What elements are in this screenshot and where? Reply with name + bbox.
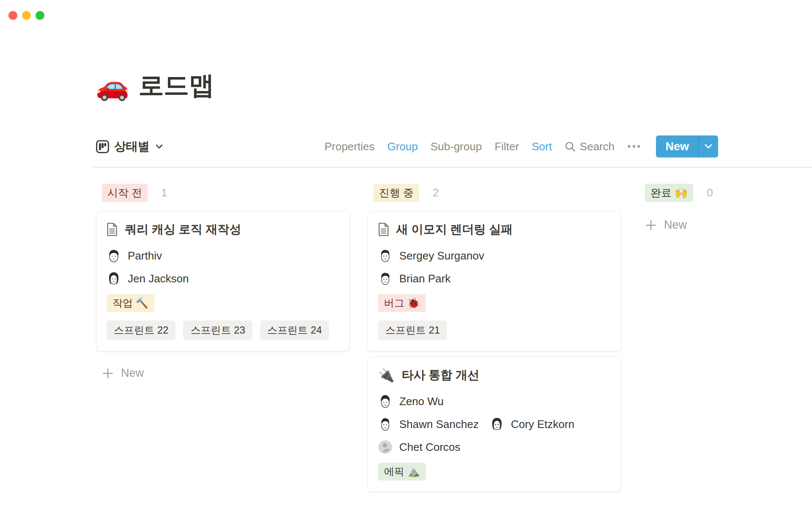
column-header: 진행 중 2 — [368, 185, 621, 201]
sprint-tag: 스프린트 21 — [378, 320, 447, 340]
status-badge[interactable]: 시작 전 — [102, 184, 148, 202]
add-card-label: New — [121, 367, 144, 380]
assignee: Jen Jackson — [107, 271, 189, 286]
assignee-name: Jen Jackson — [128, 272, 189, 285]
sprint-row: 스프린트 22 스프린트 23 스프린트 24 — [107, 320, 339, 340]
assignee: Shawn Sanchez — [378, 417, 479, 431]
sub-group-button[interactable]: Sub-group — [431, 140, 482, 153]
chevron-down-icon — [705, 144, 712, 149]
zoom-window-button[interactable] — [36, 11, 44, 20]
assignee-name: Zeno Wu — [399, 395, 444, 408]
assignee-name: Brian Park — [399, 272, 450, 285]
page-icon — [107, 223, 118, 236]
search-icon — [565, 141, 576, 152]
avatar — [378, 417, 392, 431]
properties-button[interactable]: Properties — [324, 140, 375, 153]
card-query-caching[interactable]: 쿼리 캐싱 로직 재작성 Parthiv — [96, 211, 350, 351]
column-cards: 쿼리 캐싱 로직 재작성 Parthiv — [96, 211, 350, 351]
assignee-name: Parthiv — [128, 249, 162, 262]
toolbar-divider — [93, 167, 812, 168]
column-cards: 새 이모지 렌더링 실패 Sergey Surganov — [368, 211, 621, 492]
board-view-icon — [96, 140, 109, 153]
view-toolbar: 상태별 Properties Group Sub-group Filter So… — [96, 135, 718, 158]
filter-button[interactable]: Filter — [494, 140, 519, 153]
avatar — [490, 417, 504, 431]
column-count: 2 — [433, 186, 439, 199]
status-badge[interactable]: 완료 🙌 — [645, 184, 693, 202]
assignee-row: Shawn Sanchez Cory Etzkorn — [378, 417, 611, 431]
new-button-dropdown[interactable] — [698, 135, 718, 157]
assignee: Cory Etzkorn — [490, 417, 574, 431]
plus-icon — [102, 367, 114, 379]
column-count: 0 — [707, 186, 713, 199]
tag-row: 에픽 ⛰️ — [378, 463, 611, 480]
add-card-button[interactable]: New — [96, 367, 350, 380]
search-button[interactable]: Search — [565, 140, 614, 153]
column-in-progress: 진행 중 2 새 이모지 렌더링 실패 — [368, 185, 621, 508]
sprint-tag: 스프린트 23 — [183, 320, 252, 340]
view-selector[interactable]: 상태별 — [96, 138, 163, 155]
column-done: 완료 🙌 0 New — [639, 185, 812, 232]
assignee-name: Shawn Sanchez — [399, 418, 479, 431]
card-title-row: 새 이모지 렌더링 실패 — [378, 221, 611, 237]
card-title-row: 쿼리 캐싱 로직 재작성 — [107, 221, 339, 237]
page-icon — [378, 223, 389, 236]
avatar — [107, 271, 121, 286]
view-name: 상태별 — [114, 138, 150, 155]
column-count: 1 — [161, 186, 167, 199]
tag-row: 버그 🐞 — [378, 294, 611, 312]
new-split-button: New — [656, 135, 718, 157]
tag-bug: 버그 🐞 — [378, 294, 426, 312]
card-emoji-rendering[interactable]: 새 이모지 렌더링 실패 Sergey Surganov — [368, 211, 621, 351]
assignee-name: Chet Corcos — [399, 441, 461, 454]
card-title: 새 이모지 렌더링 실패 — [396, 221, 513, 237]
window-controls — [8, 11, 44, 20]
avatar — [378, 248, 392, 263]
assignee-row: Zeno Wu — [378, 394, 611, 409]
group-button[interactable]: Group — [387, 140, 418, 153]
minimize-window-button[interactable] — [22, 11, 31, 20]
card-title: 타사 통합 개선 — [402, 367, 480, 383]
assignee-row: Jen Jackson — [107, 271, 339, 286]
assignee-name: Cory Etzkorn — [511, 418, 574, 431]
assignee-row: Brian Park — [378, 271, 611, 286]
sprint-tag: 스프린트 24 — [260, 320, 329, 340]
page-header: 🚗 로드맵 — [96, 69, 214, 103]
avatar — [378, 394, 392, 409]
assignee-row: Parthiv — [107, 248, 339, 263]
column-header: 시작 전 1 — [96, 185, 350, 201]
add-card-label: New — [664, 218, 687, 232]
page-title[interactable]: 로드맵 — [139, 69, 214, 103]
tag-epic: 에픽 ⛰️ — [378, 463, 426, 480]
assignee-row: Sergey Surganov — [378, 248, 611, 263]
avatar — [378, 271, 392, 286]
sprint-tag: 스프린트 22 — [107, 320, 176, 340]
column-header: 완료 🙌 0 — [639, 185, 812, 201]
status-badge[interactable]: 진행 중 — [373, 184, 419, 202]
card-third-party-integrations[interactable]: 🔌 타사 통합 개선 Zeno Wu — [368, 356, 621, 492]
avatar — [107, 248, 121, 263]
page-icon-car-emoji[interactable]: 🚗 — [96, 72, 129, 99]
assignee-row: Chet Corcos — [378, 440, 611, 454]
plug-emoji-icon: 🔌 — [378, 369, 395, 382]
chevron-down-icon — [156, 144, 163, 149]
card-title-row: 🔌 타사 통합 개선 — [378, 367, 611, 383]
search-label: Search — [580, 140, 614, 153]
column-not-started: 시작 전 1 쿼리 캐싱 로직 재작성 — [96, 185, 350, 380]
assignee-name: Sergey Surganov — [399, 249, 484, 262]
new-button[interactable]: New — [656, 135, 698, 157]
assignee: Sergey Surganov — [378, 248, 484, 263]
assignee: Zeno Wu — [378, 394, 444, 409]
plus-icon — [645, 219, 657, 231]
close-window-button[interactable] — [8, 11, 17, 20]
more-options-button[interactable]: ••• — [627, 141, 642, 152]
kanban-board: 시작 전 1 쿼리 캐싱 로직 재작성 — [96, 185, 812, 508]
assignee: Parthiv — [107, 248, 162, 263]
tag-task: 작업 🔨 — [107, 294, 154, 312]
sprint-row: 스프린트 21 — [378, 320, 611, 340]
add-card-button[interactable]: New — [639, 218, 812, 232]
tag-row: 작업 🔨 — [107, 294, 339, 312]
sort-button[interactable]: Sort — [532, 140, 552, 153]
toolbar-menu: Properties Group Sub-group Filter Sort S… — [324, 135, 718, 157]
card-title: 쿼리 캐싱 로직 재작성 — [125, 221, 241, 237]
